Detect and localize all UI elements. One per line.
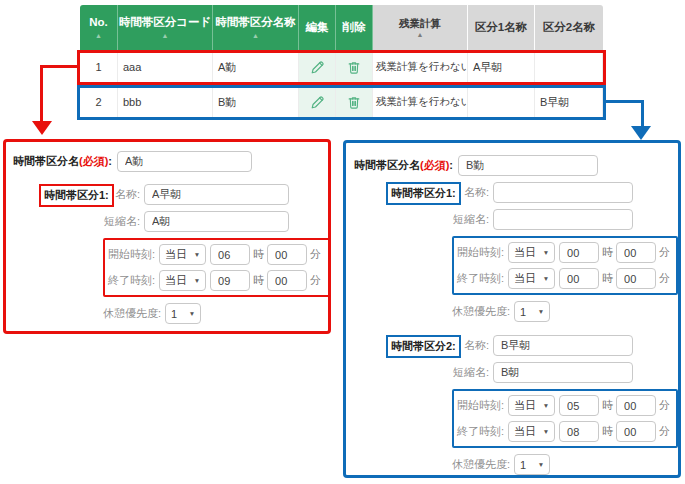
screenshot-root: No. ▲ 時間帯区分コード ▲ 時間帯区分名称 ▲ 編集 削除 残業計算 ▲ (0, 0, 685, 484)
name-input[interactable] (493, 182, 633, 203)
end-time-label: 終了時刻: (108, 273, 155, 288)
chevron-down-icon: ▼ (543, 402, 549, 409)
start-time-label: 開始時刻: (457, 245, 504, 260)
break-priority-select[interactable]: 1▼ (514, 301, 550, 322)
end-hour-input[interactable] (559, 268, 599, 289)
timezone-section-1: 時間帯区分1: 名称: 短縮名: 開始時刻: 当日▼ 時 分 終 (13, 184, 322, 324)
end-time-row: 終了時刻: 当日▼ 時 分 (457, 268, 673, 289)
short-name-row: 短縮名: (103, 211, 322, 232)
delete-button[interactable] (336, 85, 373, 120)
delete-button[interactable] (336, 50, 373, 85)
red-connector-line (40, 65, 43, 123)
group-name-row: 時間帯区分名(必須): (13, 151, 322, 172)
start-hour-input[interactable] (559, 395, 599, 416)
short-name-label: 短縮名: (452, 212, 489, 227)
timezone-detail-form-a: 時間帯区分名(必須): 時間帯区分1: 名称: 短縮名: 開始時刻: 当日▼ 時 (3, 139, 331, 334)
red-connector-line (40, 65, 78, 68)
break-priority-select[interactable]: 1▼ (514, 454, 550, 475)
hour-unit-label: 時 (253, 247, 264, 262)
timezone-section-1: 時間帯区分1: 名称: 短縮名: 開始時刻: 当日▼ 時 分 終 (354, 182, 674, 322)
break-priority-label: 休憩優先度: (452, 304, 510, 319)
group-name-label: 時間帯区分名(必須): (354, 158, 453, 173)
end-time-label: 終了時刻: (457, 271, 504, 286)
time-range-box: 開始時刻: 当日▼ 時 分 終了時刻: 当日▼ 時 分 (452, 236, 678, 295)
group-name-input[interactable] (117, 151, 252, 172)
group-name-row: 時間帯区分名(必須): (354, 155, 674, 176)
column-header-name[interactable]: 時間帯区分名称 ▲ (213, 5, 299, 50)
end-minute-input[interactable] (616, 421, 656, 442)
end-minute-input[interactable] (267, 270, 307, 291)
chevron-down-icon: ▼ (543, 275, 549, 282)
short-name-input[interactable] (493, 362, 633, 383)
cell-name: B勤 (213, 85, 299, 120)
end-hour-input[interactable] (559, 421, 599, 442)
start-time-label: 開始時刻: (108, 247, 155, 262)
start-time-row: 開始時刻: 当日▼ 時 分 (457, 242, 673, 263)
cell-cat1: A早朝 (468, 50, 535, 85)
start-hour-input[interactable] (559, 242, 599, 263)
start-minute-input[interactable] (267, 244, 307, 265)
sort-icon: ▲ (252, 33, 259, 39)
start-minute-input[interactable] (616, 395, 656, 416)
break-priority-label: 休憩優先度: (103, 306, 161, 321)
start-day-select[interactable]: 当日▼ (508, 395, 555, 416)
cell-overtime: 残業計算を行わない (373, 85, 468, 120)
end-minute-input[interactable] (616, 268, 656, 289)
short-name-input[interactable] (144, 211, 289, 232)
break-priority-row: 休憩優先度: 1▼ (103, 303, 322, 324)
section-1-label: 時間帯区分1: (386, 182, 461, 205)
pencil-icon (309, 94, 326, 111)
group-name-input[interactable] (458, 155, 598, 176)
end-hour-input[interactable] (210, 270, 250, 291)
end-time-row: 終了時刻: 当日▼ 時 分 (457, 421, 673, 442)
timezone-table: No. ▲ 時間帯区分コード ▲ 時間帯区分名称 ▲ 編集 削除 残業計算 ▲ (80, 5, 603, 120)
start-day-select[interactable]: 当日▼ (159, 244, 206, 265)
cell-no: 2 (80, 85, 118, 120)
start-minute-input[interactable] (616, 242, 656, 263)
column-header-cat2: 区分2名称 (535, 5, 603, 50)
blue-connector-line (604, 100, 644, 103)
minute-unit-label: 分 (659, 245, 670, 260)
name-row: 名称: (452, 182, 674, 203)
start-time-row: 開始時刻: 当日▼ 時 分 (457, 395, 673, 416)
chevron-down-icon: ▼ (538, 308, 544, 315)
start-day-select[interactable]: 当日▼ (508, 242, 555, 263)
end-day-select[interactable]: 当日▼ (508, 268, 555, 289)
short-name-row: 短縮名: (452, 209, 674, 230)
column-header-cat1: 区分1名称 (468, 5, 535, 50)
chevron-down-icon: ▼ (189, 310, 195, 317)
name-input[interactable] (144, 184, 289, 205)
column-header-overtime[interactable]: 残業計算 ▲ (373, 5, 468, 50)
trash-icon (346, 59, 362, 76)
name-input[interactable] (493, 335, 633, 356)
break-priority-select[interactable]: 1▼ (165, 303, 201, 324)
sort-icon: ▲ (417, 32, 424, 38)
column-header-no[interactable]: No. ▲ (80, 5, 118, 50)
edit-button[interactable] (299, 85, 336, 120)
start-hour-input[interactable] (210, 244, 250, 265)
column-header-code[interactable]: 時間帯区分コード ▲ (118, 5, 213, 50)
hour-unit-label: 時 (602, 398, 613, 413)
timezone-section-2: 時間帯区分2: 名称: 短縮名: 開始時刻: 当日▼ 時 分 終 (354, 335, 674, 475)
minute-unit-label: 分 (659, 424, 670, 439)
edit-button[interactable] (299, 50, 336, 85)
section-2-label: 時間帯区分2: (386, 335, 461, 358)
short-name-label: 短縮名: (452, 365, 489, 380)
end-day-select[interactable]: 当日▼ (508, 421, 555, 442)
break-priority-label: 休憩優先度: (452, 457, 510, 472)
short-name-row: 短縮名: (452, 362, 674, 383)
cell-cat2 (535, 50, 603, 85)
chevron-down-icon: ▼ (543, 249, 549, 256)
table-header-row: No. ▲ 時間帯区分コード ▲ 時間帯区分名称 ▲ 編集 削除 残業計算 ▲ (80, 5, 603, 50)
cell-code: bbb (118, 85, 213, 120)
trash-icon (346, 94, 362, 111)
column-header-edit: 編集 (299, 5, 336, 50)
minute-unit-label: 分 (310, 273, 321, 288)
sort-icon: ▲ (162, 33, 169, 39)
short-name-input[interactable] (493, 209, 633, 230)
cell-cat2: B早朝 (535, 85, 603, 120)
end-time-label: 終了時刻: (457, 424, 504, 439)
section-1-label: 時間帯区分1: (39, 184, 114, 207)
end-day-select[interactable]: 当日▼ (159, 270, 206, 291)
hour-unit-label: 時 (602, 271, 613, 286)
